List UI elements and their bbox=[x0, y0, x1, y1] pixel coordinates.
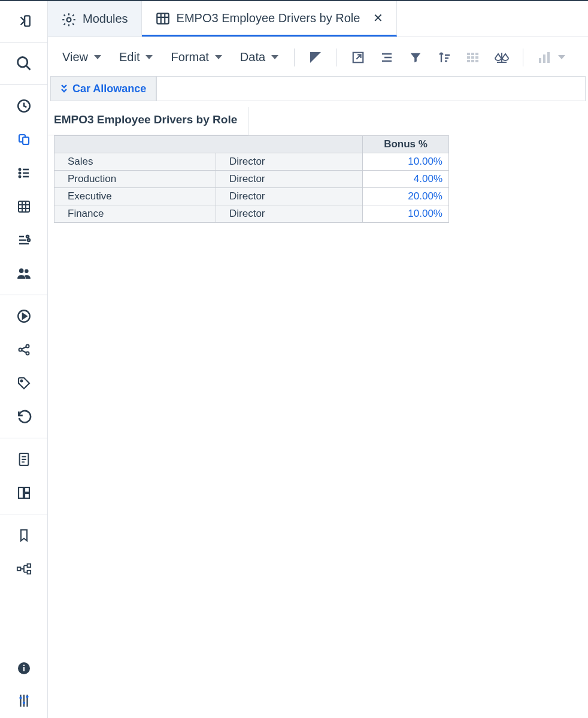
grid-icon[interactable] bbox=[12, 198, 36, 216]
svg-point-26 bbox=[19, 696, 22, 699]
svg-rect-35 bbox=[467, 56, 470, 59]
menu-label: Edit bbox=[119, 50, 140, 64]
tab-modules[interactable]: Modules bbox=[48, 1, 142, 37]
copy-icon[interactable] bbox=[12, 131, 36, 149]
toolbar-pivot-icon[interactable] bbox=[349, 49, 367, 66]
share-icon[interactable] bbox=[12, 341, 36, 359]
svg-rect-21 bbox=[27, 564, 31, 568]
bookmark-icon[interactable] bbox=[12, 526, 36, 544]
left-sidebar bbox=[0, 1, 48, 718]
hierarchy-icon[interactable] bbox=[12, 560, 36, 578]
toolbar-arrow-icon[interactable] bbox=[307, 49, 325, 66]
gear-icon bbox=[61, 12, 75, 26]
chevron-down-icon bbox=[558, 55, 565, 59]
menu-view[interactable]: View bbox=[59, 48, 105, 66]
svg-rect-39 bbox=[471, 60, 474, 62]
svg-rect-8 bbox=[19, 201, 29, 212]
svg-rect-30 bbox=[157, 13, 169, 23]
toolbar-sort-icon[interactable] bbox=[435, 49, 453, 66]
tab-module-empo3[interactable]: EMPO3 Employee Drivers by Role ✕ bbox=[142, 1, 398, 37]
svg-rect-33 bbox=[471, 53, 474, 55]
row-dept[interactable]: Finance bbox=[54, 205, 216, 223]
table-row: ExecutiveDirector20.00% bbox=[54, 188, 449, 205]
table-icon bbox=[155, 11, 169, 25]
menubar: View Edit Format Data bbox=[48, 37, 588, 76]
svg-rect-41 bbox=[539, 58, 541, 63]
svg-point-27 bbox=[22, 702, 25, 704]
svg-point-29 bbox=[67, 17, 71, 22]
toolbar-scale-icon[interactable] bbox=[493, 49, 511, 66]
chevron-down-icon bbox=[271, 55, 278, 59]
svg-point-25 bbox=[23, 665, 25, 667]
svg-point-5 bbox=[19, 169, 20, 170]
menu-data[interactable]: Data bbox=[237, 48, 282, 66]
tag-icon[interactable] bbox=[12, 374, 36, 392]
svg-rect-36 bbox=[471, 56, 474, 59]
table-row: ProductionDirector4.00% bbox=[54, 171, 449, 188]
svg-rect-34 bbox=[475, 53, 478, 55]
dashboard-icon[interactable] bbox=[12, 484, 36, 502]
svg-point-15 bbox=[20, 380, 22, 382]
table-corner bbox=[54, 136, 363, 153]
svg-rect-42 bbox=[543, 54, 545, 63]
row-role[interactable]: Director bbox=[216, 171, 363, 188]
users-icon[interactable] bbox=[12, 265, 36, 283]
svg-rect-37 bbox=[475, 56, 478, 59]
chevron-down-icon bbox=[94, 55, 101, 59]
svg-rect-17 bbox=[19, 487, 23, 498]
document-icon[interactable] bbox=[12, 450, 36, 468]
cell-bonus[interactable]: 10.00% bbox=[363, 205, 449, 223]
history-icon[interactable] bbox=[12, 408, 36, 426]
row-role[interactable]: Director bbox=[216, 153, 363, 171]
clock-icon[interactable] bbox=[12, 97, 36, 115]
menu-edit[interactable]: Edit bbox=[116, 48, 156, 66]
row-dept[interactable]: Sales bbox=[54, 153, 216, 171]
play-circle-icon[interactable] bbox=[12, 307, 36, 325]
panel-toggle-icon[interactable] bbox=[12, 12, 36, 30]
pivot-selector[interactable]: Car Allowance bbox=[51, 77, 156, 101]
svg-point-28 bbox=[26, 695, 28, 698]
pivot-label: Car Allowance bbox=[72, 83, 146, 95]
sliders-icon[interactable] bbox=[12, 692, 36, 710]
data-table: Bonus % SalesDirector10.00%ProductionDir… bbox=[54, 135, 449, 223]
svg-rect-20 bbox=[17, 567, 20, 571]
list-icon[interactable] bbox=[12, 164, 36, 182]
svg-point-7 bbox=[19, 176, 20, 177]
row-dept[interactable]: Production bbox=[54, 171, 216, 188]
tab-label: Modules bbox=[83, 12, 128, 26]
row-role[interactable]: Director bbox=[216, 205, 363, 223]
cell-bonus[interactable]: 10.00% bbox=[363, 153, 449, 171]
toolbar-align-icon[interactable] bbox=[378, 49, 396, 66]
toolbar-chart-dropdown[interactable] bbox=[535, 49, 565, 66]
svg-rect-32 bbox=[467, 53, 470, 55]
toolbar-cells-icon bbox=[464, 49, 482, 66]
col-header-bonus[interactable]: Bonus % bbox=[363, 136, 449, 153]
pivot-bar: Car Allowance bbox=[50, 76, 586, 101]
search-icon[interactable] bbox=[12, 54, 36, 72]
chart-bar-icon bbox=[535, 49, 553, 66]
module-title: EMPO3 Employee Drivers by Role bbox=[48, 107, 248, 135]
cell-bonus[interactable]: 4.00% bbox=[363, 171, 449, 188]
pivot-empty-area bbox=[156, 77, 585, 101]
info-circle-icon[interactable] bbox=[12, 659, 36, 677]
row-dept[interactable]: Executive bbox=[54, 188, 216, 205]
chevron-down-icon bbox=[215, 55, 222, 59]
svg-point-6 bbox=[19, 172, 20, 174]
menu-format[interactable]: Format bbox=[167, 48, 225, 66]
row-role[interactable]: Director bbox=[216, 188, 363, 205]
tab-label: EMPO3 Employee Drivers by Role bbox=[177, 11, 360, 25]
filter-list-icon[interactable] bbox=[12, 231, 36, 249]
close-icon[interactable]: ✕ bbox=[373, 11, 383, 25]
tabstrip: Modules EMPO3 Employee Drivers by Role ✕ bbox=[48, 1, 588, 37]
menu-label: Format bbox=[171, 50, 208, 64]
svg-rect-43 bbox=[547, 52, 550, 63]
table-row: FinanceDirector10.00% bbox=[54, 205, 449, 223]
svg-point-9 bbox=[26, 235, 29, 238]
toolbar-filter-icon[interactable] bbox=[407, 49, 425, 66]
svg-rect-24 bbox=[23, 667, 25, 671]
double-chevron-icon bbox=[60, 84, 68, 93]
cell-bonus[interactable]: 20.00% bbox=[363, 188, 449, 205]
svg-point-1 bbox=[17, 57, 27, 67]
chevron-down-icon bbox=[146, 55, 153, 59]
svg-rect-38 bbox=[467, 60, 470, 62]
